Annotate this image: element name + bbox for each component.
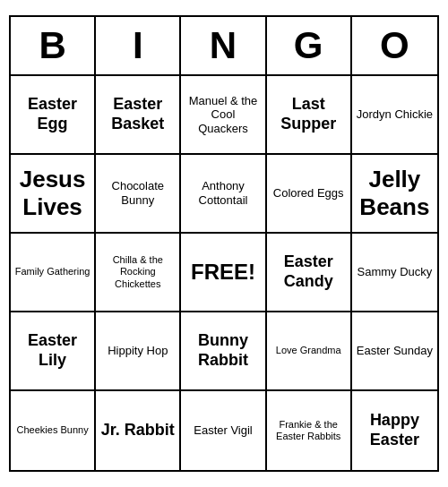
bingo-cell: Easter Vigil — [181, 391, 266, 470]
bingo-cell: Happy Easter — [352, 391, 437, 470]
header-letter: I — [96, 17, 181, 74]
bingo-card: BINGO Easter EggEaster BasketManuel & th… — [9, 15, 439, 472]
bingo-cell: Jelly Beans — [352, 155, 437, 234]
bingo-cell: Jordyn Chickie — [352, 76, 437, 155]
bingo-cell: Easter Lily — [11, 312, 96, 391]
bingo-cell: Sammy Ducky — [352, 234, 437, 312]
bingo-cell: Frankie & the Easter Rabbits — [267, 391, 352, 470]
bingo-cell: Manuel & the Cool Quackers — [181, 76, 266, 155]
bingo-cell: Family Gathering — [11, 234, 96, 312]
header-letter: G — [267, 17, 352, 74]
bingo-cell: Chilla & the Rocking Chickettes — [96, 234, 181, 312]
bingo-cell: Chocolate Bunny — [96, 155, 181, 234]
bingo-cell: Cheekies Bunny — [11, 391, 96, 470]
bingo-cell: FREE! — [181, 234, 266, 312]
bingo-cell: Hippity Hop — [96, 312, 181, 391]
bingo-cell: Easter Candy — [267, 234, 352, 312]
bingo-cell: Colored Eggs — [267, 155, 352, 234]
header-letter: N — [181, 17, 266, 74]
bingo-cell: Easter Egg — [11, 76, 96, 155]
bingo-cell: Anthony Cottontail — [181, 155, 266, 234]
bingo-cell: Easter Sunday — [352, 312, 437, 391]
header-letter: O — [352, 17, 437, 74]
bingo-cell: Easter Basket — [96, 76, 181, 155]
bingo-cell: Love Grandma — [267, 312, 352, 391]
bingo-cell: Jesus Lives — [11, 155, 96, 234]
header-letter: B — [11, 17, 96, 74]
bingo-grid: Easter EggEaster BasketManuel & the Cool… — [11, 76, 437, 470]
bingo-header: BINGO — [11, 17, 437, 76]
bingo-cell: Jr. Rabbit — [96, 391, 181, 470]
bingo-cell: Bunny Rabbit — [181, 312, 266, 391]
bingo-cell: Last Supper — [267, 76, 352, 155]
